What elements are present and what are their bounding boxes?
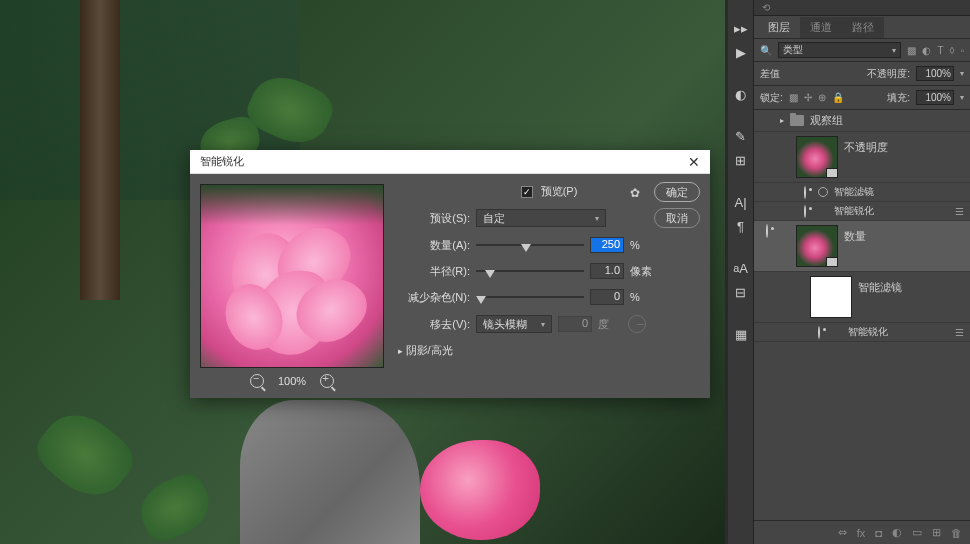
remove-label: 移去(V): xyxy=(398,317,470,332)
amount-slider[interactable] xyxy=(476,238,584,252)
filter-pixel-icon[interactable]: ▩ xyxy=(907,45,916,56)
fill-label: 填充: xyxy=(887,91,910,105)
para-icon[interactable]: ¶ xyxy=(731,216,751,236)
zoom-out-icon[interactable] xyxy=(250,374,264,388)
fx-icon[interactable]: fx xyxy=(857,527,866,539)
filter-mask-icon[interactable] xyxy=(818,187,828,197)
panel-top-strip: ⟲ xyxy=(754,0,970,16)
filter-options-icon[interactable]: ☰ xyxy=(955,327,964,338)
filter-options-icon[interactable]: ☰ xyxy=(955,206,964,217)
preview-label: 预览(P) xyxy=(541,184,578,199)
styles-icon[interactable]: ⊟ xyxy=(731,282,751,302)
layer-smartfilter-mask[interactable]: 智能滤镜 xyxy=(754,272,970,323)
amount-label: 数量(A): xyxy=(398,238,470,253)
lock-pixels-icon[interactable]: ▩ xyxy=(789,92,798,103)
adjust-icon[interactable]: ◐ xyxy=(731,84,751,104)
lock-label: 锁定: xyxy=(760,91,783,105)
layer-opacity[interactable]: ▫ 不透明度 xyxy=(754,132,970,183)
trash-icon[interactable]: 🗑 xyxy=(951,527,962,539)
tab-paths[interactable]: 路径 xyxy=(842,17,884,38)
radius-input[interactable]: 1.0 xyxy=(590,263,624,279)
tab-layers[interactable]: 图层 xyxy=(758,17,800,38)
zoom-in-icon[interactable] xyxy=(320,374,334,388)
layers-footer: ⇔ fx ◘ ◐ ▭ ⊞ 🗑 xyxy=(754,520,970,544)
folder-icon xyxy=(790,115,804,126)
link-icon[interactable]: ⇔ xyxy=(838,526,847,539)
group-icon[interactable]: ▭ xyxy=(912,526,922,539)
zoom-level: 100% xyxy=(278,375,306,387)
remove-dropdown[interactable]: 镜头模糊▾ xyxy=(476,315,552,333)
blend-mode[interactable]: 差值 xyxy=(760,67,861,81)
preset-label: 预设(S): xyxy=(398,211,470,226)
brush-icon[interactable]: ✎ xyxy=(731,126,751,146)
close-icon[interactable]: ✕ xyxy=(688,154,700,170)
mask-thumbnail[interactable] xyxy=(810,276,852,318)
preview-image[interactable] xyxy=(200,184,384,368)
opacity-input[interactable]: 100% xyxy=(916,66,954,81)
eye-icon[interactable] xyxy=(818,326,820,339)
smart-sharpen-filter-2[interactable]: 智能锐化 ☰ xyxy=(754,323,970,342)
shadows-highlights-expander[interactable]: 阴影/高光 xyxy=(398,343,700,358)
eye-icon[interactable] xyxy=(766,224,768,238)
layers-panel: ⟲ 图层 通道 路径 🔍 类型▾ ▩ ◐ T ◊ ▫ 差值 不透明度: 100%… xyxy=(754,0,970,544)
chevron-right-icon[interactable]: ▸ xyxy=(780,116,784,125)
eye-icon[interactable] xyxy=(804,186,806,199)
group-name: 观察组 xyxy=(810,113,843,128)
radius-label: 半径(R): xyxy=(398,264,470,279)
noise-label: 减少杂色(N): xyxy=(398,290,470,305)
amount-input[interactable]: 250 xyxy=(590,237,624,253)
lock-artboard-icon[interactable]: ⊕ xyxy=(818,92,826,103)
noise-input[interactable]: 0 xyxy=(590,289,624,305)
dialog-titlebar[interactable]: 智能锐化 ✕ xyxy=(190,150,710,174)
lock-position-icon[interactable]: ✢ xyxy=(804,92,812,103)
smart-filters-heading[interactable]: 智能滤镜 xyxy=(754,183,970,202)
smart-sharpen-dialog: 智能锐化 ✕ 100% ✓ 预览(P) ✿ 确定 取消 xyxy=(190,150,710,398)
dialog-title: 智能锐化 xyxy=(200,154,244,169)
adjustment-icon[interactable]: ◐ xyxy=(892,526,902,539)
search-icon[interactable]: 🔍 xyxy=(760,45,772,56)
ok-button[interactable]: 确定 xyxy=(654,182,700,202)
layer-amount[interactable]: ▫ 数量 xyxy=(754,221,970,272)
char-icon[interactable]: A| xyxy=(731,192,751,212)
preset-dropdown[interactable]: 自定▾ xyxy=(476,209,606,227)
filter-type-icon[interactable]: T xyxy=(937,45,943,56)
fill-input[interactable]: 100% xyxy=(916,90,954,105)
filter-smart-icon[interactable]: ▫ xyxy=(960,45,964,56)
radius-slider[interactable] xyxy=(476,264,584,278)
lock-all-icon[interactable]: 🔒 xyxy=(832,92,844,103)
nav-icon[interactable]: ▸▸ xyxy=(731,18,751,38)
filter-type-dropdown[interactable]: 类型▾ xyxy=(778,42,901,58)
smart-sharpen-filter[interactable]: 智能锐化 ☰ xyxy=(754,202,970,221)
tab-channels[interactable]: 通道 xyxy=(800,17,842,38)
gear-icon[interactable]: ✿ xyxy=(630,186,640,200)
opacity-label: 不透明度: xyxy=(867,67,910,81)
glyph-icon[interactable]: aA xyxy=(731,258,751,278)
preview-checkbox[interactable]: ✓ xyxy=(521,186,533,198)
eye-icon[interactable] xyxy=(804,205,806,218)
mask-icon[interactable]: ◘ xyxy=(875,527,882,539)
collapsed-panel-strip: ▸▸ ▶ ◐ ✎ ⊞ A| ¶ aA ⊟ ▦ xyxy=(728,0,754,544)
clone-icon[interactable]: ⊞ xyxy=(731,150,751,170)
history-icon[interactable]: ⟲ xyxy=(762,2,770,13)
layer-thumbnail[interactable]: ▫ xyxy=(796,225,838,267)
angle-input: 0 xyxy=(558,316,592,332)
play-icon[interactable]: ▶ xyxy=(731,42,751,62)
filter-adjust-icon[interactable]: ◐ xyxy=(922,45,931,56)
swatches-icon[interactable]: ▦ xyxy=(731,324,751,344)
layer-thumbnail[interactable]: ▫ xyxy=(796,136,838,178)
new-layer-icon[interactable]: ⊞ xyxy=(932,526,941,539)
layer-group[interactable]: ▸ 观察组 xyxy=(754,110,970,132)
filter-shape-icon[interactable]: ◊ xyxy=(950,45,955,56)
angle-dial-icon xyxy=(628,315,646,333)
cancel-button[interactable]: 取消 xyxy=(654,208,700,228)
noise-slider[interactable] xyxy=(476,290,584,304)
